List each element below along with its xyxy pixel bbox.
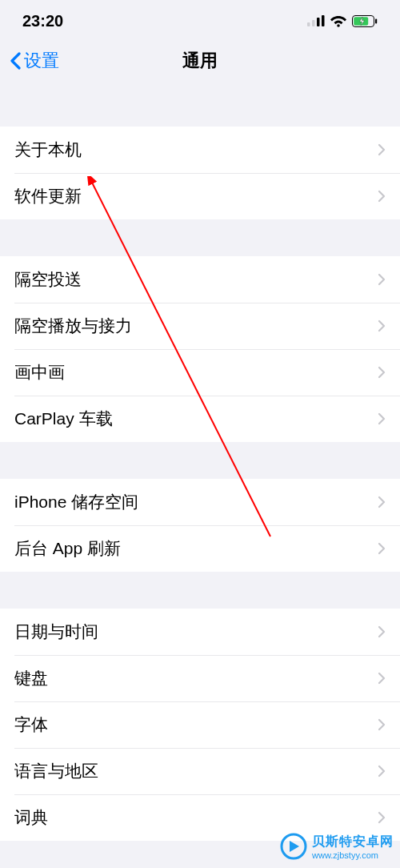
svg-rect-7 — [375, 18, 377, 23]
chevron-right-icon — [378, 765, 386, 778]
row-label: 隔空投送 — [14, 268, 82, 291]
row-label: 字体 — [14, 713, 48, 736]
row-picture-in-picture[interactable]: 画中画 — [0, 349, 400, 396]
row-date-time[interactable]: 日期与时间 — [0, 609, 400, 655]
row-airplay-handoff[interactable]: 隔空播放与接力 — [0, 303, 400, 349]
row-language-region[interactable]: 语言与地区 — [0, 748, 400, 794]
row-label: 日期与时间 — [14, 621, 98, 643]
chevron-right-icon — [378, 496, 386, 508]
back-label: 设置 — [24, 49, 59, 73]
row-iphone-storage[interactable]: iPhone 储存空间 — [0, 479, 400, 525]
chevron-right-icon — [378, 412, 386, 425]
svg-rect-1 — [312, 20, 315, 26]
watermark-title: 贝斯特安卓网 — [312, 834, 394, 850]
nav-bar: 设置 通用 — [0, 42, 400, 80]
chevron-right-icon — [378, 625, 386, 638]
watermark-logo-icon — [280, 833, 307, 860]
row-label: 语言与地区 — [14, 760, 98, 782]
chevron-right-icon — [378, 718, 386, 731]
row-carplay[interactable]: CarPlay 车载 — [0, 396, 400, 442]
row-about[interactable]: 关于本机 — [0, 127, 400, 173]
back-button[interactable]: 设置 — [0, 49, 59, 73]
settings-group-3: 日期与时间 键盘 字体 语言与地区 词典 — [0, 609, 400, 841]
wifi-icon — [330, 14, 347, 27]
cellular-icon — [307, 15, 325, 26]
row-label: 关于本机 — [14, 139, 82, 161]
chevron-right-icon — [378, 273, 386, 286]
chevron-right-icon — [378, 143, 386, 156]
row-label: 软件更新 — [14, 185, 82, 207]
status-bar: 23:20 — [0, 0, 400, 42]
chevron-right-icon — [378, 319, 386, 332]
battery-charging-icon — [352, 15, 378, 27]
row-label: 画中画 — [14, 361, 65, 384]
page-title: 通用 — [182, 49, 218, 73]
svg-rect-0 — [307, 22, 310, 26]
row-label: 键盘 — [14, 667, 48, 689]
chevron-left-icon — [10, 52, 21, 70]
row-label: 隔空播放与接力 — [14, 315, 132, 337]
row-label: 后台 App 刷新 — [14, 537, 121, 560]
row-label: CarPlay 车载 — [14, 408, 113, 430]
svg-rect-3 — [322, 15, 325, 26]
row-label: 词典 — [14, 806, 48, 829]
chevron-right-icon — [378, 672, 386, 685]
status-icons — [307, 14, 378, 27]
row-software-update[interactable]: 软件更新 — [0, 173, 400, 219]
status-time: 23:20 — [22, 12, 63, 30]
row-fonts[interactable]: 字体 — [0, 701, 400, 748]
svg-point-4 — [337, 24, 340, 27]
watermark-url: www.zjbstyy.com — [312, 850, 394, 860]
chevron-right-icon — [378, 190, 386, 203]
chevron-right-icon — [378, 542, 386, 555]
chevron-right-icon — [378, 811, 386, 824]
row-background-app-refresh[interactable]: 后台 App 刷新 — [0, 525, 400, 572]
svg-rect-2 — [317, 18, 320, 26]
settings-group-0: 关于本机 软件更新 — [0, 127, 400, 219]
settings-group-2: iPhone 储存空间 后台 App 刷新 — [0, 479, 400, 572]
row-airdrop[interactable]: 隔空投送 — [0, 256, 400, 303]
row-label: iPhone 储存空间 — [14, 491, 138, 513]
chevron-right-icon — [378, 366, 386, 379]
row-keyboard[interactable]: 键盘 — [0, 655, 400, 701]
settings-group-1: 隔空投送 隔空播放与接力 画中画 CarPlay 车载 — [0, 256, 400, 442]
watermark: 贝斯特安卓网 www.zjbstyy.com — [280, 833, 394, 860]
